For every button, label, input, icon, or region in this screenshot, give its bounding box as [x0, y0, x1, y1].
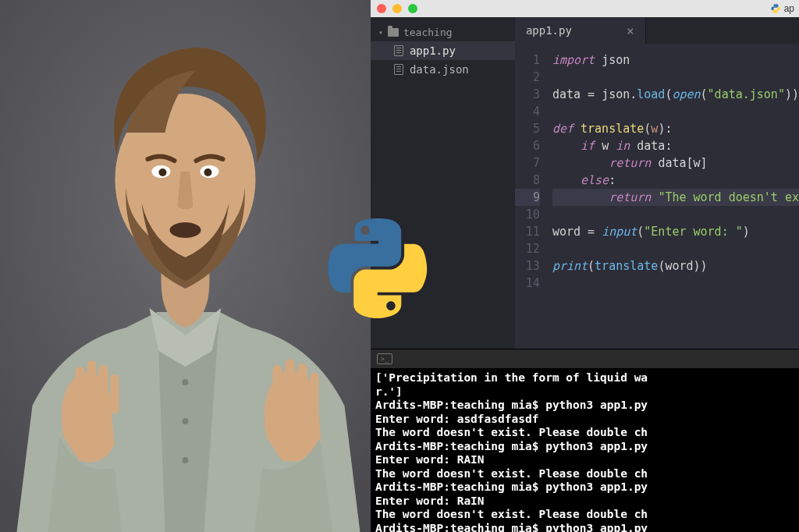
svg-point-17 — [182, 418, 188, 424]
file-icon — [394, 45, 403, 56]
svg-point-3 — [169, 222, 201, 238]
file-item[interactable]: data.json — [371, 60, 515, 79]
editor-tab[interactable]: app1.py × — [515, 17, 646, 44]
code-editor[interactable]: 1234567891011121314 import json data = j… — [515, 44, 799, 349]
editor-area: app1.py × 1234567891011121314 import jso… — [515, 17, 799, 349]
close-window-button[interactable] — [377, 4, 386, 13]
file-name: data.json — [410, 63, 469, 76]
folder-header[interactable]: ▾ teaching — [371, 23, 515, 41]
svg-rect-10 — [98, 365, 108, 412]
titlebar-filename: ap — [784, 3, 794, 14]
terminal-output[interactable]: ['Precipitation in the form of liquid wa… — [371, 368, 799, 532]
svg-rect-9 — [87, 360, 96, 411]
code-content[interactable]: import json data = json.load(open("data.… — [546, 44, 799, 349]
ide-window: ap ▾ teaching app1.pydata.json app1.py × — [371, 0, 799, 532]
svg-rect-13 — [285, 359, 294, 410]
presenter-video — [0, 0, 371, 532]
svg-point-7 — [204, 168, 211, 176]
svg-rect-12 — [272, 365, 282, 410]
svg-rect-14 — [297, 364, 307, 410]
svg-point-18 — [182, 457, 188, 463]
svg-point-6 — [158, 168, 166, 176]
file-item[interactable]: app1.py — [371, 41, 515, 60]
maximize-window-button[interactable] — [408, 4, 417, 13]
close-tab-icon[interactable]: × — [627, 23, 634, 38]
svg-point-16 — [182, 379, 188, 385]
python-file-icon — [770, 3, 781, 14]
terminal-icon[interactable]: >_ — [377, 353, 392, 364]
svg-rect-11 — [110, 374, 119, 413]
terminal-tabbar[interactable]: >_ — [371, 349, 799, 368]
folder-icon — [388, 28, 399, 37]
folder-name: teaching — [403, 27, 453, 38]
file-icon — [394, 64, 403, 75]
line-gutter: 1234567891011121314 — [515, 44, 546, 349]
window-titlebar[interactable]: ap — [371, 0, 799, 17]
tab-label: app1.py — [526, 24, 572, 37]
file-name: app1.py — [410, 44, 456, 57]
tab-bar[interactable]: app1.py × — [515, 17, 799, 44]
minimize-window-button[interactable] — [392, 4, 402, 13]
python-logo — [328, 218, 429, 320]
svg-rect-8 — [75, 367, 84, 410]
chevron-down-icon: ▾ — [378, 28, 383, 37]
svg-rect-15 — [310, 373, 318, 412]
terminal-panel: >_ ['Precipitation in the form of liquid… — [371, 349, 799, 532]
